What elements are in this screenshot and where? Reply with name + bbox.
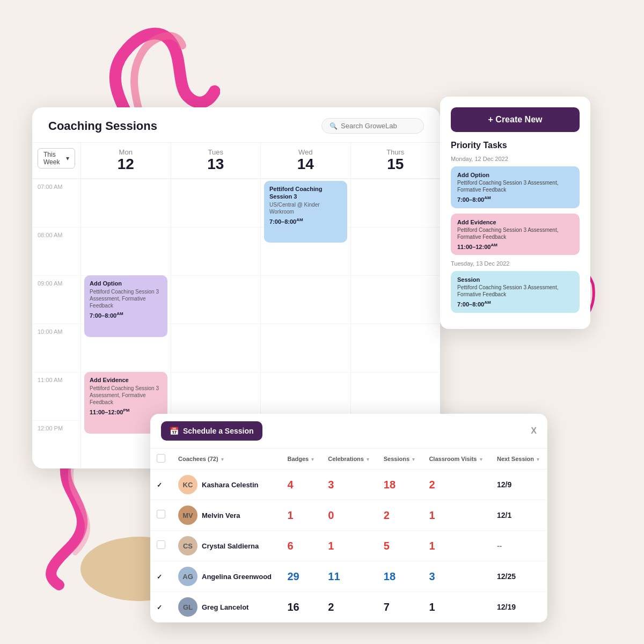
close-button[interactable]: X (531, 426, 537, 436)
next-session-value: -- (497, 541, 502, 550)
cal-day-wed: Wed 14 (260, 143, 350, 178)
table-row: ✓ AG Angelina Greenwood 291118312/25 (150, 561, 547, 592)
coachee-name-cell: CS Crystal Saldierna (178, 536, 274, 555)
classroom_visits-value: 1 (429, 601, 435, 613)
priority-panel: + Create New Priority Tasks Monday, 12 D… (440, 97, 590, 329)
cal-day-mon: Mon 12 (80, 143, 171, 178)
col-celebrations[interactable]: Celebrations ▾ (321, 449, 377, 470)
time-700: 07:00 AM (32, 179, 80, 227)
event-pettiford[interactable]: Pettiford Coaching Session 3 US/Central … (264, 181, 347, 243)
sort-icon: ▾ (221, 457, 224, 462)
table-header-row: Coachees (72) ▾ Badges ▾ Celebrations ▾ … (150, 449, 547, 470)
schedule-header: 📅 Schedule a Session X (150, 414, 547, 449)
col-name[interactable]: Coachees (72) ▾ (172, 449, 281, 470)
col-badges[interactable]: Badges ▾ (281, 449, 321, 470)
table-row: CS Crystal Saldierna 6151-- (150, 531, 547, 561)
badges-value: 6 (287, 540, 293, 552)
badges-value: 29 (287, 570, 299, 582)
coachee-name-cell: KC Kashara Celestin (178, 475, 274, 494)
priority-task-add-option[interactable]: Add Option Pettiford Coaching Session 3 … (451, 166, 580, 208)
celebrations-value: 3 (328, 479, 334, 491)
table-row: ✓ KC Kashara Celestin 4318212/9 (150, 470, 547, 500)
select-all-checkbox[interactable] (157, 454, 165, 463)
event-add-option[interactable]: Add Option Pettiford Coaching Session 3 … (84, 275, 167, 337)
col-next-session[interactable]: Next Session ▾ (491, 449, 547, 470)
sessions-value: 2 (384, 509, 390, 521)
badges-value: 1 (287, 509, 293, 521)
calendar-title: Coaching Sessions (48, 119, 157, 133)
coachee-name: Crystal Saldierna (202, 542, 259, 550)
week-filter[interactable]: This Week ▾ (38, 148, 75, 169)
avatar: MV (178, 506, 197, 525)
coachees-table: Coachees (72) ▾ Badges ▾ Celebrations ▾ … (150, 449, 547, 623)
search-box[interactable]: 🔍 (321, 118, 424, 134)
badges-value: 4 (287, 479, 293, 491)
time-800: 08:00 AM (32, 227, 80, 275)
celebrations-value: 11 (328, 570, 340, 582)
coachee-name-cell: MV Melvin Vera (178, 506, 274, 525)
time-1000: 10:00 AM (32, 324, 80, 372)
calendar-icon: 📅 (170, 427, 179, 435)
coachee-name-cell: GL Greg Lancelot (178, 597, 274, 617)
sort-icon: ▾ (480, 457, 482, 462)
priority-task-add-evidence[interactable]: Add Evidence Pettiford Coaching Session … (451, 214, 580, 255)
priority-title: Priority Tasks (451, 141, 580, 150)
next-session-value: 12/25 (497, 572, 516, 581)
check-mark[interactable]: ✓ (157, 573, 162, 581)
priority-task-session[interactable]: Session Pettiford Coaching Session 3 Ass… (451, 271, 580, 313)
next-session-value: 12/1 (497, 511, 511, 519)
coachee-name: Melvin Vera (202, 511, 240, 519)
celebrations-value: 1 (328, 540, 334, 552)
classroom_visits-value: 3 (429, 570, 435, 582)
time-1200: 12:00 PM (32, 420, 80, 469)
time-1100: 11:00 AM (32, 372, 80, 420)
avatar: KC (178, 475, 197, 494)
sessions-value: 18 (384, 479, 396, 491)
classroom_visits-value: 2 (429, 479, 435, 491)
coachee-name: Kashara Celestin (202, 481, 259, 489)
schedule-session-button[interactable]: 📅 Schedule a Session (161, 421, 262, 441)
time-labels: 07:00 AM 08:00 AM 09:00 AM 10:00 AM 11:0… (32, 179, 80, 469)
classroom_visits-value: 1 (429, 509, 435, 521)
col-check (150, 449, 172, 470)
sessions-value: 18 (384, 570, 396, 582)
priority-date-tues: Tuesday, 13 Dec 2022 (451, 260, 580, 267)
badges-value: 16 (287, 601, 299, 613)
time-col-header: This Week ▾ (32, 143, 80, 178)
table-row: MV Melvin Vera 102112/1 (150, 500, 547, 531)
sort-icon: ▾ (311, 457, 314, 462)
avatar: CS (178, 536, 197, 555)
search-icon: 🔍 (330, 122, 338, 130)
avatar: GL (178, 597, 197, 617)
check-mark[interactable]: ✓ (157, 604, 162, 611)
row-checkbox[interactable] (157, 510, 165, 518)
coachee-name: Angelina Greenwood (202, 573, 272, 581)
sort-icon: ▾ (367, 457, 369, 462)
sort-icon: ▾ (412, 457, 415, 462)
col-sessions[interactable]: Sessions ▾ (377, 449, 423, 470)
search-input[interactable] (341, 122, 416, 130)
chevron-down-icon: ▾ (66, 155, 69, 162)
priority-date-mon: Monday, 12 Dec 2022 (451, 156, 580, 162)
schedule-panel: 📅 Schedule a Session X Coachees (72) ▾ B… (150, 414, 547, 623)
celebrations-value: 0 (328, 509, 334, 521)
col-classroom[interactable]: Classroom Visits ▾ (422, 449, 491, 470)
time-900: 09:00 AM (32, 275, 80, 324)
coachee-name-cell: AG Angelina Greenwood (178, 567, 274, 586)
classroom_visits-value: 1 (429, 540, 435, 552)
sessions-value: 7 (384, 601, 390, 613)
coachee-name: Greg Lancelot (202, 603, 248, 611)
table-row: ✓ GL Greg Lancelot 1627112/19 (150, 592, 547, 623)
sort-icon: ▾ (537, 457, 539, 462)
celebrations-value: 2 (328, 601, 334, 613)
row-checkbox[interactable] (157, 540, 165, 549)
cal-day-thurs: Thurs 15 (350, 143, 441, 178)
avatar: AG (178, 567, 197, 586)
check-mark[interactable]: ✓ (157, 481, 162, 489)
sessions-value: 5 (384, 540, 390, 552)
cal-day-tues: Tues 13 (171, 143, 261, 178)
create-new-button[interactable]: + Create New (451, 107, 580, 132)
calendar-header: Coaching Sessions 🔍 (32, 107, 440, 143)
calendar-grid-header: This Week ▾ Mon 12 Tues 13 Wed 14 Thurs … (32, 143, 440, 179)
next-session-value: 12/19 (497, 603, 516, 611)
